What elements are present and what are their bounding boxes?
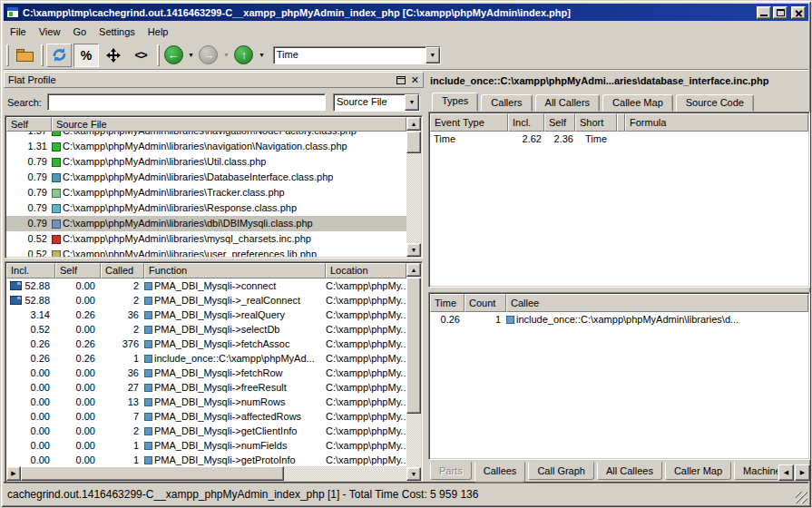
cycle-detection-button[interactable]: <> <box>128 44 153 67</box>
column-header-function[interactable]: Function <box>144 263 326 278</box>
self-value: 1.57 <box>6 132 52 139</box>
function-table-hscrollbar[interactable]: ◀ ▶ <box>6 466 406 481</box>
scroll-thumb[interactable] <box>21 466 284 481</box>
source-file-row[interactable]: 0.79C:\xampp\phpMyAdmin\libraries\Databa… <box>6 170 406 185</box>
source-file-row[interactable]: 0.79C:\xampp\phpMyAdmin\libraries\Respon… <box>6 200 406 216</box>
function-row[interactable]: 0.000.0036PMA_DBI_Mysqli->fetchRowC:\xam… <box>6 366 406 380</box>
source-file-row[interactable]: 0.79C:\xampp\phpMyAdmin\libraries\dbi\DB… <box>6 216 406 231</box>
column-header-short[interactable]: Short <box>575 113 617 132</box>
self-value: 0.00 <box>55 438 101 453</box>
menu-go[interactable]: Go <box>66 24 93 39</box>
source-file-row[interactable]: 1.31C:\xampp\phpMyAdmin\libraries\naviga… <box>6 139 406 154</box>
file-list-vscrollbar[interactable]: ▲ ▼ <box>406 117 421 257</box>
function-row[interactable]: 52.880.002PMA_DBI_Mysqli->_realConnectC:… <box>6 293 406 308</box>
tab-all-callers[interactable]: All Callers <box>535 94 601 112</box>
column-header-self[interactable]: Self <box>6 117 52 132</box>
scroll-up-icon[interactable]: ▲ <box>406 263 421 277</box>
bottom-tab-all-callees[interactable]: All Callees <box>597 462 662 480</box>
forward-dropdown-arrow[interactable]: ▼ <box>220 52 232 58</box>
bottom-tab-call-graph[interactable]: Call Graph <box>528 462 594 480</box>
scroll-down-icon[interactable]: ▼ <box>406 243 421 257</box>
scroll-thumb[interactable] <box>406 278 421 414</box>
function-cell: PMA_DBI_Mysqli->numFields <box>144 438 326 453</box>
scroll-down-icon[interactable]: ▼ <box>406 467 421 481</box>
function-row[interactable]: 0.000.001PMA_DBI_Mysqli->numFieldsC:\xam… <box>6 438 406 453</box>
search-input[interactable] <box>47 93 326 111</box>
back-button[interactable]: ← <box>162 44 184 67</box>
function-table-vscrollbar[interactable]: ▲ ▼ <box>406 263 421 481</box>
back-dropdown-arrow[interactable]: ▼ <box>185 52 197 58</box>
tab-types[interactable]: Types <box>432 93 478 112</box>
toolbar-grip3[interactable] <box>157 44 160 66</box>
function-row[interactable]: 0.000.007PMA_DBI_Mysqli->affectedRowsC:\… <box>6 409 406 424</box>
bottom-tab-callees[interactable]: Callees <box>474 462 526 483</box>
column-header-location[interactable]: Location <box>326 263 406 278</box>
menu-help[interactable]: Help <box>142 24 175 39</box>
scroll-up-icon[interactable]: ▲ <box>406 117 421 131</box>
source-file-row[interactable]: 0.52C:\xampp\phpMyAdmin\libraries\mysql_… <box>6 231 406 247</box>
menu-view[interactable]: View <box>33 24 67 39</box>
column-header-event-type[interactable]: Event Type <box>430 113 508 132</box>
function-row[interactable]: 0.520.002PMA_DBI_Mysqli->selectDbC:\xamp… <box>6 322 406 337</box>
bottom-tab-machine[interactable]: Machine <box>734 462 778 480</box>
column-header-self2[interactable]: Self <box>55 263 101 278</box>
column-header-count[interactable]: Count <box>465 294 506 312</box>
combo-dropdown-button[interactable]: ▼ <box>426 47 440 64</box>
source-file-row[interactable]: 0.79C:\xampp\phpMyAdmin\libraries\Tracke… <box>6 185 406 200</box>
close-button[interactable] <box>791 6 806 19</box>
function-row[interactable]: 0.260.26376PMA_DBI_Mysqli->fetchAssocC:\… <box>6 337 406 351</box>
toolbar-grip2[interactable] <box>41 44 44 66</box>
up-dropdown-arrow[interactable]: ▼ <box>256 52 268 58</box>
bottom-tab-caller-map[interactable]: Caller Map <box>665 462 731 480</box>
tab-scroll-right-icon[interactable]: ▶ <box>795 464 810 481</box>
column-header-gap[interactable] <box>617 113 625 132</box>
menu-settings[interactable]: Settings <box>93 24 142 39</box>
column-header-formula[interactable]: Formula <box>625 113 808 132</box>
minimize-button[interactable] <box>757 6 771 19</box>
function-row[interactable]: 0.000.0027PMA_DBI_Mysqli->freeResultC:\x… <box>6 380 406 395</box>
toolbar-grip[interactable] <box>6 44 9 66</box>
function-row[interactable]: 0.000.0013PMA_DBI_Mysqli->numRowsC:\xamp… <box>6 395 406 409</box>
search-label: Search: <box>4 97 47 108</box>
tab-callers[interactable]: Callers <box>481 94 532 112</box>
scroll-thumb[interactable] <box>406 132 421 153</box>
column-header-time[interactable]: Time <box>430 294 465 312</box>
tab-source-code[interactable]: Source Code <box>676 94 754 112</box>
event-type-row[interactable]: Time2.622.36Time <box>430 132 808 147</box>
up-button[interactable]: ↑ <box>233 44 255 67</box>
tab-scroll-left-icon[interactable]: ◀ <box>778 464 794 481</box>
function-row[interactable]: 0.000.002PMA_DBI_Mysqli->getClientInfoC:… <box>6 424 406 438</box>
bottom-tab-parts[interactable]: Parts <box>430 462 472 480</box>
column-header-self3[interactable]: Self <box>544 113 575 132</box>
relative-percent-button[interactable]: % <box>73 44 99 67</box>
column-header-source-file[interactable]: Source File <box>52 117 406 132</box>
float-dock-icon[interactable] <box>396 76 406 84</box>
open-file-button[interactable] <box>12 44 37 67</box>
column-header-callee[interactable]: Callee <box>506 294 808 312</box>
tab-callee-map[interactable]: Callee Map <box>602 94 673 112</box>
event-type-combo[interactable]: Time ▼ <box>273 46 441 64</box>
function-row[interactable]: 52.880.002PMA_DBI_Mysqli->connectC:\xamp… <box>6 278 406 293</box>
source-file-list: Self Source File 1.57C:\xampp\phpMyAdmin… <box>5 115 423 259</box>
resize-grip[interactable] <box>796 492 807 503</box>
column-header-incl3[interactable]: Incl. <box>508 113 544 132</box>
function-row[interactable]: 0.260.261include_once::C:\xampp\phpMyAd.… <box>6 351 406 366</box>
menu-file[interactable]: File <box>4 24 33 39</box>
function-row[interactable]: 0.000.001PMA_DBI_Mysqli->getProtoInfoC:\… <box>6 453 406 466</box>
column-header-incl[interactable]: Incl. <box>6 263 55 278</box>
move-button[interactable] <box>101 44 126 67</box>
group-by-dropdown-button[interactable]: ▼ <box>405 94 419 111</box>
forward-button[interactable]: → <box>198 44 220 67</box>
source-file-row[interactable]: 0.79C:\xampp\phpMyAdmin\libraries\Util.c… <box>6 154 406 170</box>
function-row[interactable]: 3.140.2636PMA_DBI_Mysqli->realQueryC:\xa… <box>6 308 406 322</box>
group-by-combo[interactable]: Source File ▼ <box>333 93 420 112</box>
self-value: 0.79 <box>6 170 52 185</box>
refresh-button[interactable] <box>46 44 72 67</box>
column-header-called[interactable]: Called <box>101 263 144 278</box>
scroll-right-icon[interactable]: ▶ <box>6 466 21 481</box>
source-file-row[interactable]: 0.52C:\xampp\phpMyAdmin\libraries\user_p… <box>6 247 406 257</box>
close-dock-icon[interactable]: ✕ <box>411 76 419 84</box>
callee-row[interactable]: 0.261include_once::C:\xampp\phpMyAdmin\l… <box>430 312 808 327</box>
source-file-row[interactable]: 1.57C:\xampp\phpMyAdmin\libraries\naviga… <box>6 132 406 139</box>
maximize-button[interactable] <box>773 6 788 19</box>
